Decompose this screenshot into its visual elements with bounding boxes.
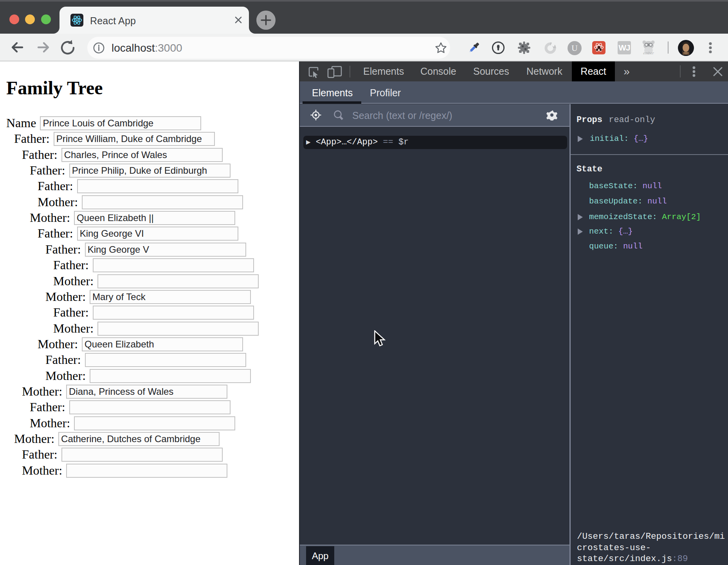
svg-text:ember: ember [643, 50, 654, 55]
